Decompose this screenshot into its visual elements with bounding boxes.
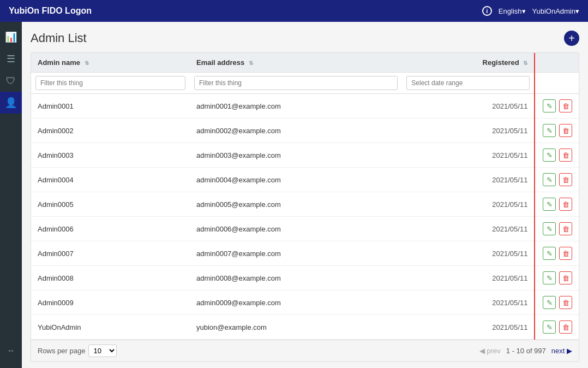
cell-email: admin0002@example.com <box>190 118 402 143</box>
cell-name: Admin0006 <box>31 217 190 241</box>
delete-button[interactable]: 🗑 <box>559 99 572 112</box>
sidebar: 📊 ☰ 🛡 👤 ↔ <box>0 22 22 368</box>
rows-per-page-section: Rows per page 10 25 50 100 <box>38 345 117 357</box>
info-icon[interactable]: i <box>482 6 492 16</box>
cell-actions: ✎ 🗑 <box>535 241 579 266</box>
cell-registered: 2021/05/11 <box>402 94 535 118</box>
user-icon: 👤 <box>5 97 17 109</box>
filter-date-input[interactable] <box>406 76 530 90</box>
sort-email-icon[interactable]: ⇅ <box>249 60 253 66</box>
table-header-row: Admin name ⇅ Email address ⇅ Registered … <box>31 53 579 73</box>
delete-button[interactable]: 🗑 <box>559 271 572 284</box>
dashboard-icon: 📊 <box>5 31 17 43</box>
filter-email-cell <box>190 73 402 94</box>
col-email[interactable]: Email address ⇅ <box>190 53 402 73</box>
app-title: YubiOn FIDO Logon <box>9 6 92 16</box>
shield-icon: 🛡 <box>6 75 16 87</box>
sort-admin-name-icon[interactable]: ⇅ <box>85 60 89 66</box>
table-row: Admin0001 admin0001@example.com 2021/05/… <box>31 94 579 118</box>
table-row: Admin0006 admin0006@example.com 2021/05/… <box>31 217 579 241</box>
delete-button[interactable]: 🗑 <box>559 149 572 162</box>
sidebar-item-security[interactable]: 🛡 <box>0 70 22 92</box>
table-row: Admin0003 admin0003@example.com 2021/05/… <box>31 143 579 168</box>
cell-actions: ✎ 🗑 <box>535 94 579 118</box>
table-row: Admin0007 admin0007@example.com 2021/05/… <box>31 241 579 266</box>
sidebar-item-users[interactable]: 👤 <box>0 92 22 114</box>
filter-email-input[interactable] <box>194 76 398 90</box>
table-body: Admin0001 admin0001@example.com 2021/05/… <box>31 94 579 340</box>
table-footer: Rows per page 10 25 50 100 ◀ prev 1 - 10… <box>31 340 579 361</box>
next-page-button[interactable]: next ▶ <box>551 347 572 355</box>
admin-table-wrapper: Admin name ⇅ Email address ⇅ Registered … <box>31 52 579 362</box>
edit-button[interactable]: ✎ <box>543 99 556 112</box>
cell-actions: ✎ 🗑 <box>535 217 579 241</box>
user-menu[interactable]: YubiOnAdmin▾ <box>532 7 580 15</box>
cell-registered: 2021/05/11 <box>402 241 535 266</box>
cell-email: admin0001@example.com <box>190 94 402 118</box>
sidebar-item-dashboard[interactable]: 📊 <box>0 26 22 48</box>
col-admin-name[interactable]: Admin name ⇅ <box>31 53 190 73</box>
cell-registered: 2021/05/11 <box>402 192 535 217</box>
rows-per-page-label: Rows per page <box>38 347 85 355</box>
sidebar-expand-button[interactable]: ↔ <box>0 340 22 361</box>
sort-registered-icon[interactable]: ⇅ <box>523 60 527 66</box>
edit-button[interactable]: ✎ <box>543 271 556 284</box>
cell-registered: 2021/05/11 <box>402 315 535 340</box>
table-row: Admin0005 admin0005@example.com 2021/05/… <box>31 192 579 217</box>
edit-button[interactable]: ✎ <box>543 296 556 309</box>
main-layout: 📊 ☰ 🛡 👤 ↔ Admin List + <box>0 22 588 368</box>
delete-button[interactable]: 🗑 <box>559 198 572 211</box>
table-row: YubiOnAdmin yubion@example.com 2021/05/1… <box>31 315 579 340</box>
cell-actions: ✎ 🗑 <box>535 143 579 168</box>
edit-button[interactable]: ✎ <box>543 173 556 186</box>
table-row: Admin0002 admin0002@example.com 2021/05/… <box>31 118 579 143</box>
cell-registered: 2021/05/11 <box>402 266 535 290</box>
delete-button[interactable]: 🗑 <box>559 296 572 309</box>
language-selector[interactable]: English▾ <box>499 7 526 15</box>
delete-button[interactable]: 🗑 <box>559 320 572 334</box>
cell-name: Admin0003 <box>31 143 190 168</box>
list-icon: ☰ <box>7 53 15 65</box>
nav-right: i English▾ YubiOnAdmin▾ <box>482 6 579 16</box>
cell-email: admin0004@example.com <box>190 168 402 192</box>
cell-registered: 2021/05/11 <box>402 168 535 192</box>
edit-button[interactable]: ✎ <box>543 247 556 260</box>
rows-per-page-select[interactable]: 10 25 50 100 <box>88 345 117 357</box>
edit-button[interactable]: ✎ <box>543 320 556 334</box>
cell-registered: 2021/05/11 <box>402 118 535 143</box>
sidebar-bottom: ↔ <box>0 340 22 361</box>
cell-email: admin0007@example.com <box>190 241 402 266</box>
delete-button[interactable]: 🗑 <box>559 124 572 137</box>
cell-email: admin0005@example.com <box>190 192 402 217</box>
cell-actions: ✎ 🗑 <box>535 266 579 290</box>
cell-name: Admin0002 <box>31 118 190 143</box>
table-row: Admin0008 admin0008@example.com 2021/05/… <box>31 266 579 290</box>
sidebar-item-list[interactable]: ☰ <box>0 48 22 70</box>
col-actions <box>535 53 579 73</box>
delete-button[interactable]: 🗑 <box>559 173 572 186</box>
cell-actions: ✎ 🗑 <box>535 315 579 340</box>
edit-button[interactable]: ✎ <box>543 222 556 235</box>
cell-name: Admin0007 <box>31 241 190 266</box>
delete-button[interactable]: 🗑 <box>559 222 572 235</box>
cell-registered: 2021/05/11 <box>402 217 535 241</box>
page-title: Admin List <box>31 31 87 45</box>
filter-actions-cell <box>535 73 579 94</box>
edit-button[interactable]: ✎ <box>543 149 556 162</box>
add-admin-button[interactable]: + <box>564 31 579 46</box>
cell-name: YubiOnAdmin <box>31 315 190 340</box>
cell-email: admin0006@example.com <box>190 217 402 241</box>
table-row: Admin0004 admin0004@example.com 2021/05/… <box>31 168 579 192</box>
cell-actions: ✎ 🗑 <box>535 290 579 315</box>
edit-button[interactable]: ✎ <box>543 198 556 211</box>
filter-name-input[interactable] <box>35 76 185 90</box>
prev-page-button[interactable]: ◀ prev <box>479 347 501 355</box>
cell-actions: ✎ 🗑 <box>535 168 579 192</box>
delete-button[interactable]: 🗑 <box>559 247 572 260</box>
cell-email: admin0009@example.com <box>190 290 402 315</box>
cell-registered: 2021/05/11 <box>402 290 535 315</box>
expand-icon: ↔ <box>7 346 15 355</box>
col-registered[interactable]: Registered ⇅ <box>402 53 535 73</box>
cell-email: yubion@example.com <box>190 315 402 340</box>
edit-button[interactable]: ✎ <box>543 124 556 137</box>
